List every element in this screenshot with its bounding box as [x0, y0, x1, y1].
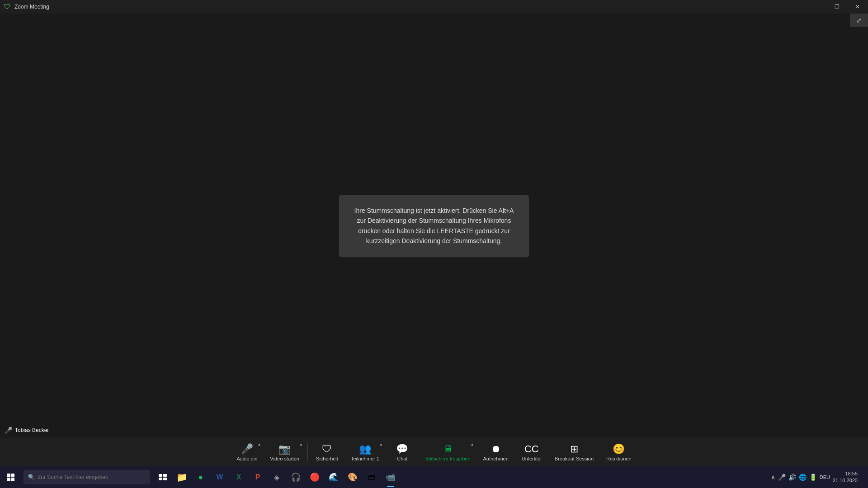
- date: 21.10.2020: [833, 477, 858, 484]
- powerpoint-button[interactable]: P: [249, 466, 267, 488]
- main-content: Ihre Stummschaltung ist jetzt aktiviert.…: [0, 14, 868, 438]
- unknown-app-button[interactable]: ◈: [268, 466, 286, 488]
- taskview-button[interactable]: [154, 466, 172, 488]
- tray-mic-icon[interactable]: 🎤: [778, 474, 786, 481]
- divider-1: [307, 443, 308, 461]
- restore-button[interactable]: ❐: [826, 0, 847, 14]
- reactions-icon: 😊: [613, 443, 625, 455]
- cc-button[interactable]: CC Untertitel: [516, 441, 547, 463]
- minimize-button[interactable]: —: [806, 0, 826, 14]
- edge-button[interactable]: 🌊: [325, 466, 343, 488]
- svg-rect-1: [11, 474, 14, 477]
- participants-chevron[interactable]: ▲: [379, 442, 383, 446]
- screen-share-label: Bildschirm freigeben: [425, 456, 471, 461]
- taskbar-tray: ∧ 🎤 🔊 🌐 🔋 DEU 18:55 21.10.2020: [765, 470, 868, 484]
- svg-rect-2: [7, 478, 10, 481]
- audio-chevron[interactable]: ▲: [257, 442, 261, 446]
- search-bar[interactable]: 🔍: [24, 470, 150, 484]
- record-icon: ⏺: [491, 443, 501, 455]
- windows-logo-icon: [7, 474, 14, 481]
- language-indicator[interactable]: DEU: [820, 474, 830, 480]
- svg-rect-7: [163, 478, 167, 480]
- headphone-button[interactable]: 🎧: [287, 466, 305, 488]
- video-icon: 📷: [278, 443, 291, 455]
- chat-button[interactable]: 💬 Chat: [387, 441, 418, 463]
- search-icon: 🔍: [28, 474, 35, 480]
- chat-icon: 💬: [396, 443, 408, 455]
- user-name: Tobias Becker: [15, 427, 49, 433]
- tray-speaker-icon[interactable]: 🔊: [788, 474, 796, 481]
- user-mic-off-icon: 🎤: [5, 427, 12, 434]
- cc-icon: CC: [524, 443, 539, 455]
- screen-share-button[interactable]: ▲ 🖥 Bildschirm freigeben: [420, 441, 476, 463]
- svg-rect-3: [11, 478, 14, 481]
- chrome-button[interactable]: 🔴: [306, 466, 324, 488]
- word-button[interactable]: W: [211, 466, 229, 488]
- breakout-icon: ⊞: [570, 443, 578, 455]
- tray-network-icon[interactable]: 🌐: [799, 474, 807, 481]
- mute-notification: Ihre Stummschaltung ist jetzt aktiviert.…: [339, 195, 529, 257]
- titlebar-controls: — ❐ ✕: [806, 0, 868, 14]
- record-button[interactable]: ⏺ Aufnehmen: [478, 441, 514, 463]
- security-label: Sicherheit: [316, 456, 338, 461]
- taskbar-apps: 📁 ● W X P ◈ 🎧 🔴 🌊 🎨 🗃 📹: [154, 466, 765, 488]
- security-button[interactable]: 🛡 Sicherheit: [311, 441, 344, 463]
- breakout-button[interactable]: ⊞ Breakout Session: [549, 441, 599, 463]
- file-explorer-button[interactable]: 📁: [173, 466, 191, 488]
- video-chevron[interactable]: ▲: [299, 442, 303, 446]
- cc-label: Untertitel: [522, 456, 542, 461]
- svg-rect-6: [159, 478, 162, 480]
- record-label: Aufnehmen: [483, 456, 509, 461]
- svg-rect-5: [163, 474, 167, 477]
- chat-label: Chat: [397, 456, 407, 461]
- svg-rect-4: [159, 474, 162, 477]
- titlebar-left: 🛡 Zoom Meeting: [0, 3, 49, 11]
- participants-icon: 👥: [359, 443, 371, 455]
- audio-button[interactable]: ▲ 🎤 Audio ein: [231, 441, 263, 463]
- user-label: 🎤 Tobias Becker: [5, 427, 49, 434]
- screen-share-icon: 🖥: [443, 443, 453, 455]
- reactions-label: Reaktionen: [606, 456, 632, 461]
- security-icon: 🛡: [322, 443, 332, 455]
- paint-button[interactable]: 🎨: [344, 466, 362, 488]
- titlebar: 🛡 Zoom Meeting — ❐ ✕: [0, 0, 868, 14]
- files-button[interactable]: 🗃: [363, 466, 381, 488]
- toolbar: ▲ 🎤 Audio ein ▲ 📷 Video starten 🛡 Sicher…: [0, 438, 868, 466]
- screen-share-chevron[interactable]: ▲: [471, 442, 474, 446]
- taskview-icon: [159, 474, 167, 480]
- participants-count: 1: [377, 456, 379, 461]
- tray-battery-icon[interactable]: 🔋: [809, 474, 817, 481]
- datetime[interactable]: 18:55 21.10.2020: [833, 470, 858, 484]
- search-input[interactable]: [38, 474, 146, 480]
- zoom-taskbar-button[interactable]: 📹: [382, 466, 400, 488]
- close-button[interactable]: ✕: [847, 0, 868, 14]
- taskbar: 🔍 📁 ● W X P ◈ 🎧 🔴 🌊 🎨 🗃 📹 ∧ 🎤: [0, 466, 868, 488]
- audio-label: Audio ein: [236, 456, 257, 461]
- audio-icon: 🎤: [241, 443, 253, 455]
- video-label: Video starten: [270, 456, 299, 461]
- notification-text: Ihre Stummschaltung ist jetzt aktiviert.…: [354, 206, 514, 246]
- spotify-button[interactable]: ●: [192, 466, 210, 488]
- titlebar-title: Zoom Meeting: [14, 4, 49, 10]
- fullscreen-button[interactable]: ⤢: [850, 14, 868, 27]
- svg-rect-0: [7, 474, 10, 477]
- video-button[interactable]: ▲ 📷 Video starten: [264, 441, 305, 463]
- excel-button[interactable]: X: [230, 466, 248, 488]
- participants-button[interactable]: ▲ 👥 Teilnehmer 1: [345, 441, 385, 463]
- reactions-button[interactable]: 😊 Reaktionen: [601, 441, 637, 463]
- start-button[interactable]: [0, 466, 22, 488]
- zoom-shield-icon: 🛡: [4, 3, 11, 11]
- time: 18:55: [833, 470, 858, 477]
- tray-expand-icon[interactable]: ∧: [771, 474, 775, 481]
- participants-label: Teilnehmer 1: [351, 456, 379, 461]
- breakout-label: Breakout Session: [555, 456, 594, 461]
